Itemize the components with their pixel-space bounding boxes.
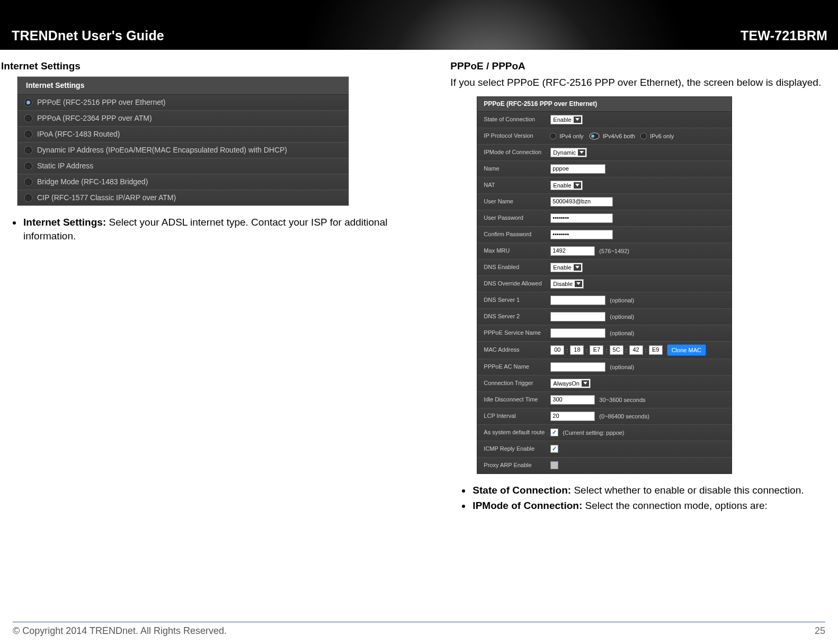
list-item: State of Connection: Select whether to e… <box>471 484 817 497</box>
footer-divider <box>13 622 825 622</box>
row-service-name: PPPoE Service Name (optional) <box>477 325 732 342</box>
label: ICMP Reply Enable <box>484 445 550 452</box>
pppoe-heading: PPPoE / PPPoA <box>450 60 827 72</box>
service-name-input[interactable] <box>550 328 605 338</box>
confirm-password-input[interactable]: •••••••• <box>550 230 613 239</box>
row-ipmode: IPMode of Connection Dynamic <box>477 145 732 161</box>
radio-icon <box>25 131 32 138</box>
label: DNS Enabled <box>484 264 550 271</box>
chevron-down-icon <box>578 149 585 156</box>
internet-type-option[interactable]: PPPoE (RFC-2516 PPP over Ethernet) <box>17 95 349 111</box>
label: State of Connection <box>484 116 550 123</box>
username-input[interactable]: 5000493@bzn <box>550 197 613 207</box>
label: NAT <box>484 182 550 189</box>
mac-oct-input[interactable]: 5C <box>610 345 623 355</box>
chevron-down-icon <box>574 264 581 271</box>
pppoe-intro: If you select PPPoE (RFC-2516 PPP over E… <box>450 76 827 89</box>
label: IPMode of Connection <box>484 149 550 156</box>
select-value: AlwaysOn <box>553 380 580 387</box>
clone-mac-button[interactable]: Clone MAC <box>667 344 706 356</box>
pppoe-form-panel: PPPoE (RFC-2516 PPP over Ethernet) State… <box>477 96 732 474</box>
dns-override-select[interactable]: Disable <box>550 279 584 289</box>
bullet-label: State of Connection: <box>473 485 571 496</box>
proxy-arp-checkbox[interactable]: ✓ <box>550 461 558 469</box>
bullet-text: Select the connection mode, options are: <box>582 500 768 511</box>
row-default-route: As system default route ✓ (Current setti… <box>477 425 732 441</box>
guide-title: TRENDnet User's Guide <box>12 28 164 43</box>
label: Confirm Password <box>484 231 550 238</box>
row-user-name: User Name 5000493@bzn <box>477 194 732 210</box>
ac-name-input[interactable] <box>550 362 605 372</box>
row-proxy-arp: Proxy ARP Enable ✓ <box>477 458 732 473</box>
option-label: Static IP Address <box>37 162 93 170</box>
option-label: Dynamic IP Address (IPoEoA/MER(MAC Encap… <box>37 146 287 154</box>
row-icmp-reply: ICMP Reply Enable ✓ <box>477 441 732 458</box>
select-value: Enable <box>553 117 571 123</box>
dns1-input[interactable] <box>550 296 605 305</box>
chevron-down-icon <box>574 182 581 189</box>
state-select[interactable]: Enable <box>550 115 582 124</box>
page-number: 25 <box>815 625 825 637</box>
lcp-interval-input[interactable]: 20 <box>550 412 595 421</box>
internet-settings-panel-title: Internet Settings <box>17 77 349 95</box>
label: Name <box>484 165 550 172</box>
row-ac-name: PPPoE AC Name (optional) <box>477 359 732 375</box>
hint-text: (Current setting: pppoe) <box>563 430 624 436</box>
internet-type-option[interactable]: PPPoA (RFC-2364 PPP over ATM) <box>17 111 349 127</box>
icmp-checkbox[interactable]: ✓ <box>550 445 558 453</box>
mac-oct-input[interactable]: 42 <box>629 345 643 355</box>
idle-time-input[interactable]: 300 <box>550 395 595 405</box>
internet-type-option[interactable]: Dynamic IP Address (IPoEoA/MER(MAC Encap… <box>17 142 349 158</box>
label: PPPoE AC Name <box>484 363 550 370</box>
label: As system default route <box>484 429 550 436</box>
internet-settings-description: Internet Settings: Select your ADSL inte… <box>22 216 403 243</box>
internet-type-option[interactable]: CIP (RFC-1577 Classic IP/ARP over ATM) <box>17 190 349 205</box>
mac-oct-input[interactable]: 00 <box>550 345 564 355</box>
row-max-mru: Max MRU 1492 (576~1492) <box>477 243 732 260</box>
internet-type-option[interactable]: Bridge Mode (RFC-1483 Bridged) <box>17 174 349 190</box>
radio-icon <box>25 194 32 201</box>
mac-oct-input[interactable]: E9 <box>649 345 663 355</box>
hint-text: (optional) <box>610 364 634 370</box>
copyright-text: © Copyright 2014 TRENDnet. All Rights Re… <box>13 625 227 637</box>
dns-enabled-select[interactable]: Enable <box>550 263 582 272</box>
ipmode-select[interactable]: Dynamic <box>550 148 587 157</box>
option-label: IPv6 only <box>650 133 674 139</box>
select-value: Dynamic <box>553 149 576 156</box>
option-label: IPv4/v6 both <box>603 133 635 139</box>
row-ip-protocol-version: IP Protocol Version IPv4 only IPv4/v6 bo… <box>477 128 732 145</box>
radio-icon[interactable] <box>550 133 556 139</box>
name-input[interactable]: pppoe <box>550 164 605 174</box>
mac-oct-input[interactable]: 18 <box>570 345 584 355</box>
bullet-label: IPMode of Connection: <box>473 500 582 511</box>
row-user-password: User Password •••••••• <box>477 210 732 227</box>
row-nat: NAT Enable <box>477 177 732 194</box>
connection-trigger-select[interactable]: AlwaysOn <box>550 379 591 388</box>
option-label: PPPoE (RFC-2516 PPP over Ethernet) <box>37 98 166 106</box>
row-mac-address: MAC Address 00: 18: E7: 5C: 42: E9 Clone… <box>477 342 732 359</box>
nat-select[interactable]: Enable <box>550 181 582 190</box>
radio-icon[interactable] <box>641 133 646 139</box>
label: IP Protocol Version <box>484 132 550 139</box>
pppoe-form-title: PPPoE (RFC-2516 PPP over Ethernet) <box>477 97 732 112</box>
row-state-of-connection: State of Connection Enable <box>477 112 732 128</box>
default-route-checkbox[interactable]: ✓ <box>550 428 558 436</box>
password-input[interactable]: •••••••• <box>550 213 613 223</box>
max-mru-input[interactable]: 1492 <box>550 246 595 256</box>
dns2-input[interactable] <box>550 312 605 321</box>
radio-icon[interactable] <box>590 133 599 139</box>
row-lcp-interval: LCP Interval 20 (0~86400 seconds) <box>477 408 732 425</box>
label: DNS Server 2 <box>484 313 550 320</box>
option-label: IPv4 only <box>559 133 583 139</box>
list-item: Internet Settings: Select your ADSL inte… <box>22 216 392 243</box>
row-dns2: DNS Server 2 (optional) <box>477 309 732 325</box>
hint-text: (optional) <box>610 314 634 320</box>
select-value: Disable <box>553 281 573 287</box>
radio-icon <box>25 178 32 185</box>
radio-icon <box>25 163 32 169</box>
internet-type-option[interactable]: Static IP Address <box>17 158 349 174</box>
mac-oct-input[interactable]: E7 <box>590 345 603 355</box>
radio-icon <box>25 115 32 122</box>
chevron-down-icon <box>574 117 581 123</box>
internet-type-option[interactable]: IPoA (RFC-1483 Routed) <box>17 127 349 142</box>
